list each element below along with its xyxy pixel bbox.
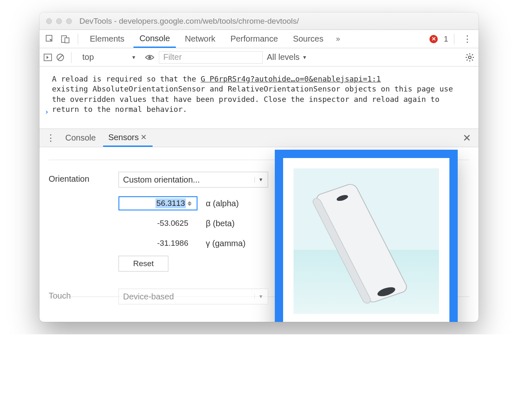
tab-label: Performance [230,34,278,44]
more-tabs-button[interactable]: » [333,35,343,43]
console-prompt-caret[interactable]: › [44,107,49,117]
svg-rect-2 [65,38,69,43]
alpha-value: 56.3113 [155,198,186,208]
console-sidebar-toggle-icon[interactable] [44,54,52,61]
close-tab-icon[interactable]: ✕ [139,133,148,142]
window-titlebar: DevTools - developers.google.com/web/too… [39,12,479,30]
chevron-down-icon: ▼ [254,177,264,183]
tab-network[interactable]: Network [179,30,221,48]
drawer-kebab-menu-icon[interactable]: ⋮ [44,133,58,143]
traffic-lights [46,18,72,24]
execution-context-select[interactable]: top ▼ [78,51,141,64]
console-settings-gear-icon[interactable] [465,53,474,62]
gamma-input[interactable]: -31.1986 [118,239,197,248]
touch-select[interactable]: Device-based ▼ [118,289,268,304]
context-value: top [82,52,94,62]
divider [454,34,454,44]
divider [78,34,78,44]
chevron-down-icon: ▼ [302,54,307,60]
levels-label: All levels [267,52,300,62]
tab-performance[interactable]: Performance [224,30,284,48]
divider [71,52,72,63]
reset-button[interactable]: Reset [118,256,168,272]
drawer-tab-row: ⋮ Console Sensors ✕ ✕ [39,129,479,147]
error-badge-icon[interactable]: ✕ [429,35,438,43]
chevron-down-icon: ▼ [254,294,264,299]
console-output: A reload is required so that the G P6rpR… [39,67,479,129]
svg-point-6 [148,56,151,59]
devtools-window: DevTools - developers.google.com/web/too… [39,12,479,322]
svg-point-7 [469,56,471,58]
filter-placeholder: Filter [163,52,182,62]
error-count: 1 [444,35,448,44]
orientation-label: Orientation [49,172,118,184]
main-tab-row: Elements Console Network Performance Sou… [39,30,479,48]
chevron-down-icon: ▼ [131,54,136,60]
console-message: A reload is required so that the G P6rpR… [52,74,469,114]
log-levels-select[interactable]: All levels ▼ [267,52,307,62]
message-text: A reload is required so that the [52,74,201,83]
zoom-window-button[interactable] [66,18,72,24]
live-expression-eye-icon[interactable] [145,54,155,61]
close-drawer-icon[interactable]: ✕ [459,132,474,144]
alpha-input[interactable]: 56.3113 [118,196,197,210]
inspect-element-icon[interactable] [44,33,56,45]
svg-line-13 [472,59,473,60]
sensors-panel: Orientation Custom orientation... ▼ 56.3… [39,147,479,322]
tab-label: Console [139,34,170,43]
preset-value: Custom orientation... [123,175,200,185]
tab-console[interactable]: Console [133,30,175,48]
drawer-tab-console[interactable]: Console [60,129,101,147]
tab-elements[interactable]: Elements [84,30,130,48]
tab-sources[interactable]: Sources [287,30,329,48]
clear-console-icon[interactable] [56,53,64,62]
touch-value: Device-based [123,292,174,301]
tab-label: Sources [293,34,323,44]
window-title: DevTools - developers.google.com/web/too… [79,17,299,26]
kebab-menu-icon[interactable]: ⋮ [460,34,474,44]
svg-line-5 [58,55,63,60]
touch-label: Touch [49,289,118,301]
close-window-button[interactable] [46,18,52,24]
message-text: existing AbsoluteOrientationSensor and R… [52,84,457,114]
svg-line-12 [467,54,468,55]
gamma-label: γ (gamma) [206,239,256,248]
tab-label: Network [185,34,215,44]
svg-line-14 [472,54,473,55]
touch-row: Touch Device-based ▼ [49,289,469,304]
drawer-tab-label: Console [65,133,96,143]
svg-line-15 [467,59,468,60]
tab-label: Elements [90,34,124,44]
number-stepper-icon[interactable] [187,199,194,208]
reset-label: Reset [133,259,154,268]
beta-label: β (beta) [206,219,256,228]
drawer-tab-label: Sensors [108,133,138,142]
drawer-tab-sensors[interactable]: Sensors ✕ [103,129,152,147]
device-toolbar-icon[interactable] [59,33,72,45]
console-filter-input[interactable]: Filter [159,51,263,64]
message-source-link[interactable]: G P6rpRSr4g?autohide…o=0&enablejsapi=1:1 [201,74,381,83]
orientation-preset-select[interactable]: Custom orientation... ▼ [118,172,268,188]
console-toolbar: top ▼ Filter All levels ▼ [39,48,479,67]
minimize-window-button[interactable] [56,18,62,24]
alpha-label: α (alpha) [206,199,256,208]
beta-input[interactable]: -53.0625 [118,219,197,228]
